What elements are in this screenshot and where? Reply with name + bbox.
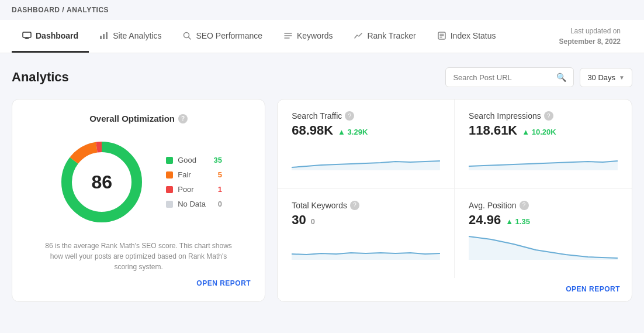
tab-keywords-label: Keywords <box>297 31 333 40</box>
page-title: Analytics <box>12 70 69 85</box>
list-icon <box>283 31 293 40</box>
stat-value-avg-position: 24.96 <box>469 212 501 228</box>
stat-change-search-impressions: ▲ 10.20K <box>522 128 556 136</box>
chart-search-impressions <box>469 144 618 170</box>
chart-total-keywords <box>292 234 440 260</box>
legend-dot-good <box>166 157 173 164</box>
svg-line-7 <box>189 37 191 39</box>
svg-rect-5 <box>106 32 108 39</box>
stat-info-total-keywords[interactable]: ? <box>350 201 359 210</box>
stat-label-avg-position: Avg. Position ? <box>469 201 618 210</box>
header-controls: 🔍 30 Days ▼ <box>445 67 632 87</box>
optimization-body: 86 Good 35 Fair 5 P <box>26 135 251 229</box>
legend-dot-fair <box>166 171 173 178</box>
stat-value-search-impressions: 118.61K <box>469 123 517 138</box>
legend: Good 35 Fair 5 Poor 1 N <box>166 156 222 208</box>
stats-card: Search Traffic ? 68.98K ▲ 3.29K Search I… <box>277 99 632 302</box>
legend-count-good: 35 <box>210 156 222 164</box>
stat-value-search-traffic: 68.98K <box>292 123 333 138</box>
legend-count-fair: 5 <box>210 170 222 179</box>
search-box[interactable]: 🔍 <box>445 67 574 87</box>
page-header: Analytics 🔍 30 Days ▼ <box>12 67 632 87</box>
opt-open-report[interactable]: OPEN REPORT <box>26 279 251 287</box>
stat-change-avg-position: ▲ 1.35 <box>505 217 530 226</box>
tab-bar: Dashboard Site Analytics SEO Performance… <box>0 20 644 53</box>
optimization-card: Overall Optimization ? <box>12 99 265 302</box>
stat-label-search-impressions: Search Impressions ? <box>469 111 618 121</box>
stat-search-impressions: Search Impressions ? 118.61K ▲ 10.20K <box>455 99 632 189</box>
search-input[interactable] <box>453 73 552 82</box>
optimization-title: Overall Optimization ? <box>89 114 188 123</box>
chevron-down-icon: ▼ <box>619 74 625 81</box>
tab-rank-tracker[interactable]: Rank Tracker <box>343 20 426 53</box>
legend-dot-poor <box>166 186 173 193</box>
seo-icon <box>182 31 192 40</box>
legend-fair: Fair 5 <box>166 170 222 179</box>
chart-search-traffic <box>292 144 440 170</box>
legend-poor: Poor 1 <box>166 185 222 194</box>
donut-chart: 86 <box>55 135 148 229</box>
bar-chart-icon <box>99 31 109 40</box>
legend-good: Good 35 <box>166 156 222 164</box>
monitor-icon <box>22 31 32 40</box>
stats-footer: OPEN REPORT <box>278 278 632 301</box>
stat-label-search-traffic: Search Traffic ? <box>292 111 440 121</box>
page-body: Analytics 🔍 30 Days ▼ Overall Optimizati… <box>0 53 644 316</box>
donut-score: 86 <box>91 171 112 193</box>
svg-rect-4 <box>103 34 105 39</box>
stat-change-search-traffic: ▲ 3.29K <box>338 128 368 136</box>
days-dropdown[interactable]: 30 Days ▼ <box>580 68 632 87</box>
rank-icon <box>354 31 363 40</box>
svg-marker-20 <box>469 161 618 170</box>
tab-seo-performance-label: SEO Performance <box>196 31 262 40</box>
tab-site-analytics-label: Site Analytics <box>113 31 161 40</box>
stats-open-report[interactable]: OPEN REPORT <box>566 285 620 293</box>
stat-change-total-keywords: 0 <box>311 217 315 226</box>
days-label: 30 Days <box>587 73 615 82</box>
tab-site-analytics[interactable]: Site Analytics <box>89 20 172 53</box>
legend-count-poor: 1 <box>210 185 222 194</box>
chart-avg-position <box>469 234 618 260</box>
tabs-container: Dashboard Site Analytics SEO Performance… <box>12 20 507 53</box>
last-updated: Last updated on September 8, 2022 <box>548 20 632 53</box>
last-updated-label: Last updated on <box>570 27 621 35</box>
optimization-info-icon[interactable]: ? <box>178 114 188 123</box>
tab-dashboard[interactable]: Dashboard <box>12 20 89 53</box>
svg-rect-3 <box>100 36 102 39</box>
tab-seo-performance[interactable]: SEO Performance <box>172 20 273 53</box>
legend-count-nodata: 0 <box>210 200 222 208</box>
content-grid: Overall Optimization ? <box>12 99 632 302</box>
stat-info-avg-position[interactable]: ? <box>520 201 529 210</box>
stat-search-traffic: Search Traffic ? 68.98K ▲ 3.29K <box>278 99 455 189</box>
stat-value-total-keywords: 30 <box>292 212 306 228</box>
stat-info-search-impressions[interactable]: ? <box>544 111 553 121</box>
last-updated-date: September 8, 2022 <box>559 36 621 47</box>
stat-total-keywords: Total Keywords ? 30 0 <box>278 189 455 279</box>
tab-index-status-label: Index Status <box>451 31 496 40</box>
optimization-footer: 86 is the average Rank Math's SEO score.… <box>39 241 238 272</box>
legend-no-data: No Data 0 <box>166 200 222 208</box>
tab-rank-tracker-label: Rank Tracker <box>367 31 416 40</box>
index-icon <box>437 31 446 40</box>
svg-rect-0 <box>23 32 31 37</box>
svg-marker-22 <box>469 236 618 260</box>
tab-keywords[interactable]: Keywords <box>273 20 343 53</box>
stat-info-search-traffic[interactable]: ? <box>345 111 354 121</box>
breadcrumb: DASHBOARD / ANALYTICS <box>0 0 644 20</box>
tab-index-status[interactable]: Index Status <box>427 20 507 53</box>
stat-avg-position: Avg. Position ? 24.96 ▲ 1.35 <box>455 189 632 279</box>
breadcrumb-current: ANALYTICS <box>67 6 109 14</box>
stat-label-total-keywords: Total Keywords ? <box>292 201 440 210</box>
tab-dashboard-label: Dashboard <box>36 31 78 40</box>
legend-dot-nodata <box>166 201 173 208</box>
search-icon: 🔍 <box>556 73 566 82</box>
breadcrumb-prefix: DASHBOARD / <box>12 6 64 14</box>
